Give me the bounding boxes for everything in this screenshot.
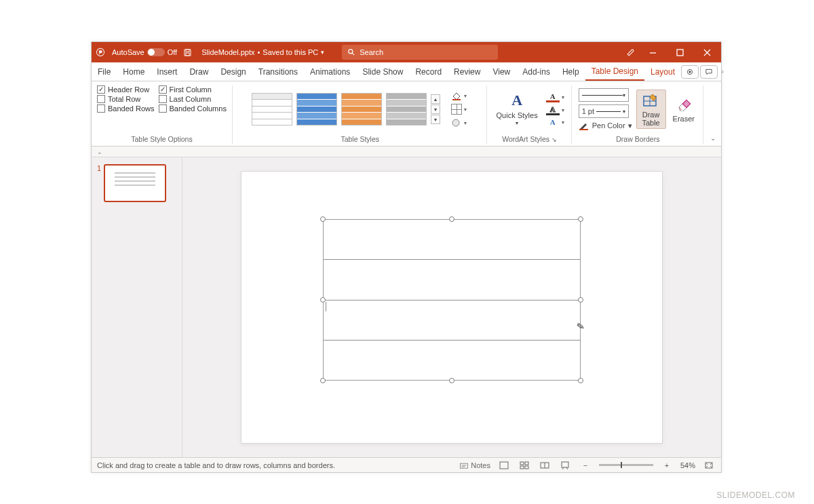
zoom-out-button[interactable]: − bbox=[579, 460, 592, 471]
minimize-button[interactable] bbox=[641, 42, 664, 62]
effects-button[interactable]: ▾ bbox=[450, 117, 468, 128]
tab-draw[interactable]: Draw bbox=[183, 62, 214, 81]
tab-view[interactable]: View bbox=[486, 62, 516, 81]
filename: SlideModel.pptx bbox=[201, 48, 254, 56]
zoom-level[interactable]: 54% bbox=[680, 461, 695, 469]
group-label: Table Styles bbox=[239, 135, 481, 144]
tab-animations[interactable]: Animations bbox=[304, 62, 356, 81]
text-fill-button[interactable]: A▾ bbox=[545, 92, 566, 103]
overflow-icon[interactable]: › bbox=[719, 68, 726, 75]
pen-style-select[interactable]: ▾ bbox=[579, 88, 629, 102]
svg-rect-23 bbox=[520, 462, 524, 465]
normal-view-button[interactable] bbox=[497, 460, 511, 471]
eraser-icon bbox=[675, 96, 693, 113]
close-button[interactable] bbox=[695, 42, 718, 62]
group-label: Table Style Options bbox=[97, 135, 227, 144]
save-icon[interactable] bbox=[181, 46, 193, 58]
notes-button[interactable]: Notes bbox=[459, 460, 490, 471]
svg-point-11 bbox=[689, 71, 691, 72]
resize-handle[interactable] bbox=[578, 216, 583, 222]
chk-header-row[interactable]: Header Row bbox=[97, 85, 155, 94]
tab-insert[interactable]: Insert bbox=[151, 62, 183, 81]
titlebar: AutoSave Off SlideModel.pptx • Saved to … bbox=[92, 42, 721, 62]
svg-rect-26 bbox=[525, 466, 528, 469]
reading-view-button[interactable] bbox=[538, 460, 551, 471]
slideshow-view-button[interactable] bbox=[558, 460, 572, 471]
chk-first-column[interactable]: First Column bbox=[159, 85, 227, 94]
group-table-styles: ▴▾▾ ▾ ▾ ▾ Table Styles bbox=[239, 85, 487, 144]
table-style-swatch[interactable] bbox=[296, 93, 337, 125]
svg-rect-24 bbox=[525, 462, 528, 465]
effects-icon bbox=[451, 118, 462, 128]
tab-review[interactable]: Review bbox=[448, 62, 486, 81]
chk-banded-rows[interactable]: Banded Rows bbox=[97, 104, 155, 113]
statusbar: Click and drag to create a table and to … bbox=[92, 457, 721, 472]
thumbnail-pane[interactable]: 1 bbox=[92, 157, 182, 457]
slide-thumbnail[interactable] bbox=[104, 164, 166, 202]
pen-weight-select[interactable]: 1 pt▾ bbox=[579, 104, 629, 118]
ribbon-collapse-icon[interactable]: ⌄ bbox=[710, 85, 716, 144]
draw-mic-icon[interactable] bbox=[625, 46, 637, 58]
autosave-toggle[interactable]: AutoSave Off bbox=[112, 48, 177, 56]
chevron-up-icon[interactable]: ▴ bbox=[431, 94, 440, 104]
qat-overflow-icon[interactable]: ⌄ bbox=[97, 149, 102, 155]
chk-last-column[interactable]: Last Column bbox=[159, 95, 227, 103]
quick-styles-button[interactable]: A Quick Styles ▾ bbox=[494, 91, 541, 128]
tab-transitions[interactable]: Transitions bbox=[252, 62, 304, 81]
table-style-swatch[interactable] bbox=[386, 93, 427, 125]
autosave-state: Off bbox=[168, 48, 177, 56]
checkbox-icon bbox=[97, 95, 105, 103]
pen-color-button[interactable]: Pen Color▾ bbox=[579, 121, 632, 130]
chevron-down-icon[interactable]: ▾ bbox=[431, 104, 440, 114]
text-effects-button[interactable]: A▾ bbox=[545, 117, 566, 127]
maximize-button[interactable] bbox=[668, 42, 691, 62]
resize-handle[interactable] bbox=[449, 378, 454, 383]
chk-total-row[interactable]: Total Row bbox=[97, 95, 155, 103]
zoom-slider[interactable] bbox=[599, 464, 653, 466]
comments-button[interactable] bbox=[700, 65, 718, 79]
chk-banded-columns[interactable]: Banded Columns bbox=[159, 104, 227, 113]
resize-handle[interactable] bbox=[320, 216, 326, 222]
tab-record[interactable]: Record bbox=[409, 62, 448, 81]
resize-handle[interactable] bbox=[449, 216, 454, 222]
group-wordart-styles: A Quick Styles ▾ A▾ A▾ A▾ WordArt Styles… bbox=[494, 85, 572, 144]
watermark: SLIDEMODEL.COM bbox=[716, 490, 795, 500]
tab-home[interactable]: Home bbox=[117, 62, 151, 81]
text-outline-icon: A bbox=[546, 105, 560, 115]
search-input[interactable]: Search bbox=[342, 45, 498, 60]
tab-addins[interactable]: Add-ins bbox=[516, 62, 556, 81]
table-object[interactable]: ✎ bbox=[323, 219, 581, 381]
group-table-style-options: Header Row Total Row Banded Rows First C… bbox=[97, 85, 233, 144]
gallery-scroll[interactable]: ▴▾▾ bbox=[431, 94, 440, 124]
svg-line-5 bbox=[352, 53, 354, 55]
tab-file[interactable]: File bbox=[92, 62, 117, 81]
camera-button[interactable] bbox=[681, 65, 699, 79]
resize-handle[interactable] bbox=[320, 297, 326, 303]
text-outline-button[interactable]: A▾ bbox=[545, 104, 566, 116]
tab-slideshow[interactable]: Slide Show bbox=[356, 62, 409, 81]
resize-handle[interactable] bbox=[320, 378, 326, 383]
draw-table-button[interactable]: Draw Table bbox=[636, 90, 666, 129]
shading-button[interactable]: ▾ bbox=[450, 90, 468, 101]
resize-handle[interactable] bbox=[578, 378, 583, 383]
tab-design[interactable]: Design bbox=[214, 62, 252, 81]
tab-layout[interactable]: Layout bbox=[644, 62, 681, 81]
status-hint: Click and drag to create a table and to … bbox=[97, 461, 335, 469]
sorter-view-button[interactable] bbox=[518, 460, 531, 471]
tab-table-design[interactable]: Table Design bbox=[585, 62, 644, 81]
resize-handle[interactable] bbox=[578, 297, 583, 303]
table-style-swatch[interactable] bbox=[252, 93, 292, 125]
document-title[interactable]: SlideModel.pptx • Saved to this PC ▾ bbox=[201, 48, 324, 56]
table-style-swatch[interactable] bbox=[341, 93, 382, 125]
borders-button[interactable]: ▾ bbox=[450, 103, 468, 115]
slide-canvas-area[interactable]: ✎ bbox=[182, 157, 721, 457]
app-window: AutoSave Off SlideModel.pptx • Saved to … bbox=[91, 41, 722, 473]
borders-icon bbox=[451, 104, 462, 115]
slide-canvas[interactable]: ✎ bbox=[241, 172, 662, 443]
fit-to-window-button[interactable] bbox=[702, 460, 716, 471]
eraser-button[interactable]: Eraser bbox=[670, 94, 697, 124]
zoom-in-button[interactable]: + bbox=[660, 460, 674, 471]
expand-gallery-icon[interactable]: ▾ bbox=[431, 115, 440, 124]
tab-help[interactable]: Help bbox=[556, 62, 585, 81]
chevron-down-icon: ▾ bbox=[321, 49, 324, 56]
